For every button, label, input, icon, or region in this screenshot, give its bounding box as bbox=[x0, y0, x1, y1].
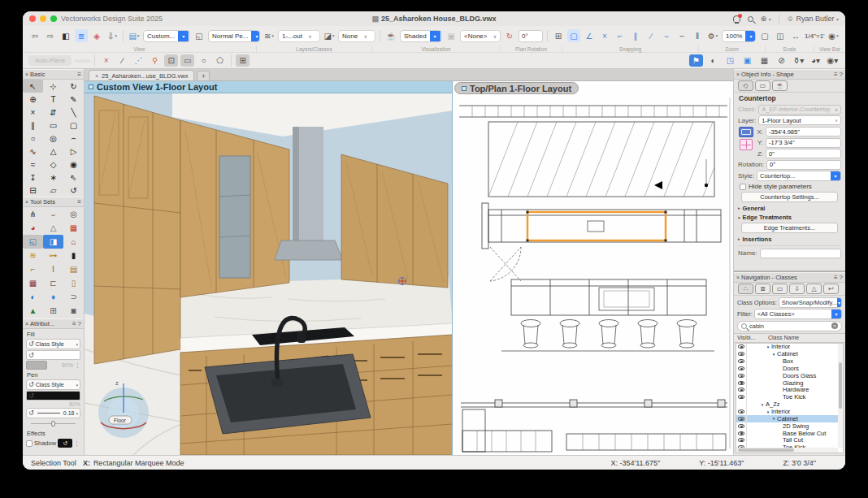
section-insertions[interactable]: ▸Insertions bbox=[738, 236, 841, 243]
class-row[interactable]: Box bbox=[736, 357, 843, 365]
disclosure-icon[interactable]: ▾ bbox=[770, 416, 777, 421]
masonry-tool[interactable]: ▦ bbox=[23, 276, 43, 290]
surface-tool[interactable]: ⌣ bbox=[43, 207, 63, 221]
class-row[interactable]: ▾ A_Zz bbox=[736, 401, 843, 408]
edge-treatments-button[interactable]: Edge Treatments... bbox=[741, 223, 838, 233]
visibility-eye-icon[interactable] bbox=[738, 359, 744, 363]
y-field[interactable]: -17'3 3/4" bbox=[766, 138, 841, 148]
kitchen-3d-rendering[interactable]: Z Floor bbox=[85, 81, 453, 455]
nav-tab-layers[interactable]: ≣ bbox=[755, 284, 770, 294]
tab-render[interactable]: ☕ bbox=[772, 80, 788, 91]
plan-rotation-icon[interactable]: ↻ bbox=[503, 29, 516, 42]
spiral-tool[interactable]: ◉ bbox=[63, 158, 84, 171]
mode-person-icon[interactable]: ⚲ bbox=[148, 54, 162, 67]
visibility-eye-icon[interactable] bbox=[738, 395, 744, 399]
class-list-hscrollbar[interactable] bbox=[736, 448, 838, 453]
scale-icon[interactable]: ↔ bbox=[789, 29, 802, 42]
floor-plan-drawing[interactable] bbox=[453, 81, 733, 455]
palette-menu-icon[interactable]: ≡ bbox=[77, 71, 81, 78]
layers-icon[interactable]: ≋▾ bbox=[263, 29, 276, 42]
minimize-window-button[interactable] bbox=[40, 15, 46, 22]
fit-to-page-icon[interactable]: ◫ bbox=[774, 29, 787, 42]
snap-angle-icon[interactable]: ∠ bbox=[583, 29, 596, 42]
fitting-tool[interactable]: ⊶ bbox=[43, 249, 63, 262]
layer-dropdown[interactable]: 1-...out∨ bbox=[278, 30, 320, 42]
search-icon[interactable] bbox=[748, 16, 753, 22]
new-tab-button[interactable]: + bbox=[197, 71, 210, 80]
render-options-icon[interactable]: ◉▾ bbox=[826, 54, 840, 67]
publish-icon[interactable]: ⇩▾ bbox=[106, 29, 119, 42]
mode-net-icon[interactable]: ⊞ bbox=[236, 54, 250, 67]
pause-snapping-icon[interactable]: ‖ bbox=[691, 29, 704, 42]
visibility-eye-icon[interactable] bbox=[738, 438, 744, 442]
object-info-header[interactable]: × Object Info - Shape ≡ ? bbox=[734, 69, 845, 80]
forward-view-button[interactable]: ⇨ bbox=[44, 29, 57, 42]
mode-line-icon[interactable]: ∕ bbox=[115, 54, 129, 67]
flyover-tool[interactable]: ↻ bbox=[63, 80, 84, 93]
fill-opacity-swatch[interactable] bbox=[26, 361, 47, 370]
palette-help-icon[interactable]: ? bbox=[840, 274, 843, 281]
class-row[interactable]: ▾ Cabinet bbox=[736, 350, 843, 357]
wand-tool[interactable]: ∗ bbox=[43, 171, 63, 184]
fastener-tool[interactable]: ⋔ bbox=[23, 207, 43, 221]
select-similar-tool[interactable]: ⇖ bbox=[63, 171, 84, 184]
quick-pref-flag-icon[interactable]: ⚑ bbox=[689, 54, 703, 67]
clip-cube-icon[interactable]: ◈ bbox=[90, 29, 103, 42]
window-tool[interactable]: ◱ bbox=[23, 235, 43, 249]
class-list-columns[interactable]: Visibi... Class Name bbox=[734, 333, 845, 343]
saved-views-icon[interactable]: ≣ bbox=[75, 29, 88, 42]
fill-opacity-menu-icon[interactable]: ⋮ bbox=[75, 362, 80, 369]
double-line-tool[interactable]: ∥ bbox=[23, 119, 43, 132]
visibility-eye-icon[interactable] bbox=[738, 344, 744, 349]
navigation-header[interactable]: × Navigation - Classes ≡ ? bbox=[734, 272, 845, 283]
class-row[interactable]: Doors Glass bbox=[736, 372, 843, 379]
section-snap-icon[interactable]: ⌢ bbox=[675, 29, 688, 42]
building-tool[interactable]: ⌂ bbox=[63, 235, 84, 249]
opacity-slider[interactable] bbox=[31, 423, 76, 424]
nav-tab-references[interactable]: ↩ bbox=[823, 284, 839, 294]
detail-tool[interactable]: ◎ bbox=[63, 207, 84, 221]
close-palette-icon[interactable]: × bbox=[25, 321, 28, 327]
conduit-tool[interactable]: ⊏ bbox=[43, 276, 63, 290]
show-camera-icon[interactable]: ▣ bbox=[740, 54, 754, 67]
palette-menu-icon[interactable]: ≡ bbox=[77, 198, 81, 206]
visibility-eye-icon[interactable] bbox=[738, 374, 744, 378]
wall-grid-tool[interactable]: ▦ bbox=[63, 221, 84, 235]
snap-slope-icon[interactable]: ∕ bbox=[644, 29, 658, 42]
project-sharing-icon[interactable]: ◧ bbox=[59, 29, 72, 42]
viewport-3d-label[interactable]: Custom View 1-Floor Layout bbox=[85, 81, 452, 93]
hide-details-icon[interactable]: ⊘ bbox=[775, 54, 788, 67]
visibility-eye-icon[interactable] bbox=[738, 381, 744, 385]
clip-tool[interactable]: ⊟ bbox=[23, 184, 43, 197]
viewport-plan-label[interactable]: Top/Plan 1-Floor Layout bbox=[454, 82, 579, 94]
tab-data[interactable]: ▭ bbox=[755, 80, 770, 91]
plumbing-tool[interactable]: ♦ bbox=[43, 290, 63, 304]
door-tool[interactable]: ▮ bbox=[63, 249, 84, 262]
line-tool[interactable]: ╲ bbox=[63, 106, 84, 119]
section-edge-treatments[interactable]: ▾Edge Treatments bbox=[738, 214, 841, 221]
basic-palette-header[interactable]: × Basic ≡ bbox=[23, 69, 84, 80]
sphere-tool[interactable]: ◕ bbox=[23, 221, 43, 235]
visibility-eye-icon[interactable] bbox=[738, 409, 744, 414]
class-row[interactable]: 2D Swing bbox=[736, 422, 843, 430]
viewport-plan[interactable]: Top/Plan 1-Floor Layout bbox=[453, 81, 733, 455]
rotation-field[interactable]: 0° bbox=[766, 160, 841, 170]
shadow-checkbox[interactable] bbox=[26, 440, 33, 447]
class-dropdown[interactable]: None∨ bbox=[338, 30, 375, 42]
beam-tool[interactable]: I bbox=[43, 262, 63, 276]
contrast-icon[interactable]: ◐ bbox=[706, 54, 720, 67]
snap-grid-icon[interactable]: ⊞ bbox=[552, 29, 565, 42]
close-palette-icon[interactable]: × bbox=[736, 71, 740, 77]
lumber-tool[interactable]: ▤ bbox=[63, 262, 84, 276]
close-palette-icon[interactable]: × bbox=[25, 199, 28, 205]
visibility-eye-icon[interactable] bbox=[738, 388, 744, 392]
class-list-vscrollbar[interactable] bbox=[838, 344, 843, 448]
plan-position-icon[interactable] bbox=[739, 127, 753, 137]
visibility-eye-icon[interactable] bbox=[738, 417, 744, 421]
style-dropdown[interactable]: Countertop...▾ bbox=[757, 171, 841, 181]
projection-icon[interactable]: ◱ bbox=[193, 29, 206, 42]
fill-color-swatch[interactable]: ↺ bbox=[26, 350, 80, 360]
palette-menu-icon[interactable]: ≡ bbox=[72, 320, 76, 327]
snap-intersection-icon[interactable]: × bbox=[598, 29, 611, 42]
class-search-input[interactable]: cabin × bbox=[737, 321, 842, 331]
